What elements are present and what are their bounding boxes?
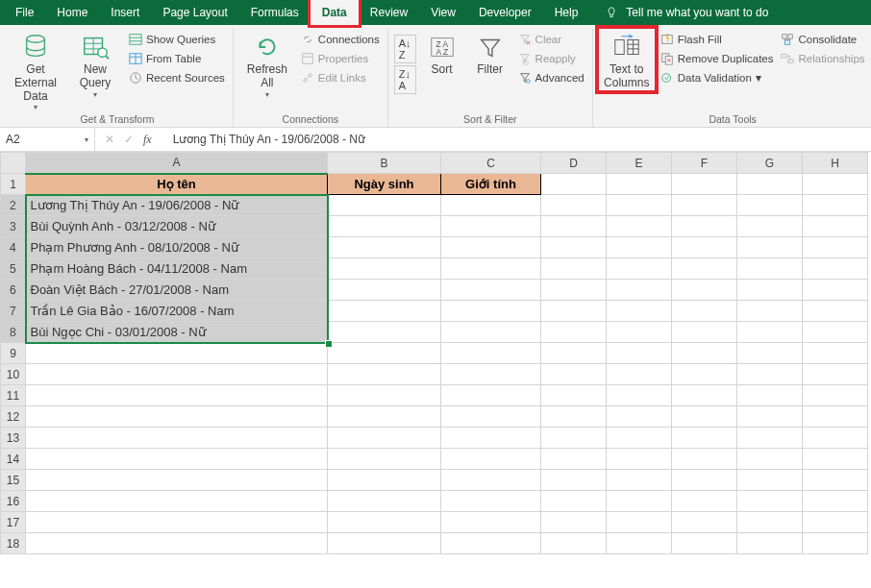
worksheet-grid[interactable]: ABCDEFGH1Họ tênNgày sinhGiới tính2Lương … [0, 152, 871, 554]
cell-H11[interactable] [803, 385, 868, 406]
cell-B11[interactable] [328, 385, 441, 406]
cell-G17[interactable] [737, 512, 803, 533]
cell-F13[interactable] [672, 428, 737, 449]
cell-A3[interactable]: Bùi Quỳnh Anh - 03/12/2008 - Nữ [26, 216, 328, 237]
tab-help[interactable]: Help [543, 0, 590, 25]
row-header-16[interactable]: 16 [1, 491, 26, 512]
flash-fill-button[interactable]: Flash Fill [659, 31, 776, 48]
cell-H17[interactable] [803, 512, 868, 533]
cell-B3[interactable] [328, 216, 441, 237]
cell-G4[interactable] [737, 237, 803, 258]
cell-G6[interactable] [737, 280, 803, 301]
consolidate-button[interactable]: Consolidate [779, 31, 866, 48]
row-header-18[interactable]: 18 [1, 533, 26, 554]
cell-A9[interactable] [26, 343, 328, 364]
tab-home[interactable]: Home [45, 0, 99, 25]
cell-A16[interactable] [26, 491, 328, 512]
row-header-9[interactable]: 9 [1, 343, 26, 364]
cell-E9[interactable] [607, 343, 672, 364]
cell-E3[interactable] [607, 216, 672, 237]
sort-button[interactable]: Z AA Z Sort [420, 29, 464, 77]
row-header-6[interactable]: 6 [1, 280, 26, 301]
row-header-14[interactable]: 14 [1, 449, 26, 470]
tab-developer[interactable]: Developer [467, 0, 543, 25]
cell-G3[interactable] [737, 216, 803, 237]
col-header-G[interactable]: G [737, 153, 803, 174]
cell-G9[interactable] [737, 343, 803, 364]
cell-C15[interactable] [441, 470, 541, 491]
refresh-all-button[interactable]: Refresh All▾ [239, 29, 295, 99]
row-header-8[interactable]: 8 [1, 322, 26, 343]
select-all-corner[interactable] [1, 153, 26, 174]
col-header-F[interactable]: F [672, 153, 737, 174]
cell-H8[interactable] [803, 322, 868, 343]
sort-asc-button[interactable]: A↓Z [394, 35, 416, 63]
cell-C11[interactable] [441, 385, 541, 406]
cell-D10[interactable] [541, 364, 607, 385]
cell-A7[interactable]: Trần Lê Gia Bảo - 16/07/2008 - Nam [26, 301, 328, 322]
cell-F5[interactable] [672, 258, 737, 280]
formula-input[interactable]: Lương Thị Thúy An - 19/06/2008 - Nữ [169, 133, 871, 146]
cell-C4[interactable] [441, 237, 541, 258]
show-queries-button[interactable]: Show Queries [127, 31, 227, 48]
cell-H14[interactable] [803, 449, 868, 470]
cell-F17[interactable] [672, 512, 737, 533]
cell-E6[interactable] [607, 280, 672, 301]
cell-D3[interactable] [541, 216, 607, 237]
cell-H5[interactable] [803, 258, 868, 280]
cell-C8[interactable] [441, 322, 541, 343]
cell-E4[interactable] [607, 237, 672, 258]
cell-E1[interactable] [607, 174, 672, 195]
cell-G12[interactable] [737, 406, 803, 428]
filter-button[interactable]: Filter [468, 29, 512, 77]
cell-H16[interactable] [803, 491, 868, 512]
cell-E7[interactable] [607, 301, 672, 322]
cell-D18[interactable] [541, 533, 607, 554]
cell-F15[interactable] [672, 470, 737, 491]
cell-H3[interactable] [803, 216, 868, 237]
cell-B16[interactable] [328, 491, 441, 512]
cell-G2[interactable] [737, 195, 803, 216]
cell-F18[interactable] [672, 533, 737, 554]
cell-B13[interactable] [328, 428, 441, 449]
row-header-2[interactable]: 2 [1, 195, 26, 216]
sort-desc-button[interactable]: Z↓A [394, 65, 416, 94]
cell-D13[interactable] [541, 428, 607, 449]
tell-me-search[interactable]: Tell me what you want to do [605, 6, 768, 19]
cell-D8[interactable] [541, 322, 607, 343]
cell-B12[interactable] [328, 406, 441, 428]
cell-E15[interactable] [607, 470, 672, 491]
col-header-E[interactable]: E [607, 153, 672, 174]
cell-D11[interactable] [541, 385, 607, 406]
row-header-12[interactable]: 12 [1, 406, 26, 428]
cell-F8[interactable] [672, 322, 737, 343]
cell-H12[interactable] [803, 406, 868, 428]
cell-D6[interactable] [541, 280, 607, 301]
cell-D17[interactable] [541, 512, 607, 533]
cell-F7[interactable] [672, 301, 737, 322]
row-header-3[interactable]: 3 [1, 216, 26, 237]
cell-D4[interactable] [541, 237, 607, 258]
recent-sources-button[interactable]: Recent Sources [127, 69, 227, 86]
tab-page-layout[interactable]: Page Layout [151, 0, 238, 25]
cell-G18[interactable] [737, 533, 803, 554]
cell-A12[interactable] [26, 406, 328, 428]
cell-B2[interactable] [328, 195, 441, 216]
cell-A11[interactable] [26, 385, 328, 406]
cell-H6[interactable] [803, 280, 868, 301]
advanced-button[interactable]: Advanced [516, 69, 586, 86]
cell-G5[interactable] [737, 258, 803, 280]
data-validation-button[interactable]: Data Validation ▾ [659, 69, 776, 86]
cell-F1[interactable] [672, 174, 737, 195]
cell-C9[interactable] [441, 343, 541, 364]
connections-button[interactable]: Connections [299, 31, 382, 48]
cell-E16[interactable] [607, 491, 672, 512]
cell-B5[interactable] [328, 258, 441, 280]
cell-C3[interactable] [441, 216, 541, 237]
row-header-1[interactable]: 1 [1, 174, 26, 195]
cell-C16[interactable] [441, 491, 541, 512]
name-box[interactable]: A2▾ [0, 128, 95, 151]
new-query-button[interactable]: New Query▾ [67, 29, 123, 99]
cell-E11[interactable] [607, 385, 672, 406]
cell-H4[interactable] [803, 237, 868, 258]
